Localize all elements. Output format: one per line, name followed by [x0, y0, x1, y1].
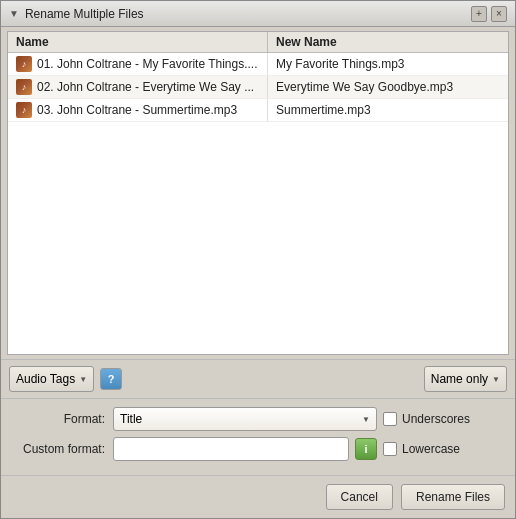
- file-new-name-text: Everytime We Say Goodbye.mp3: [276, 80, 453, 94]
- file-name-text: 01. John Coltrane - My Favorite Things..…: [37, 57, 258, 71]
- file-new-name-text: My Favorite Things.mp3: [276, 57, 405, 71]
- file-name-cell: 01. John Coltrane - My Favorite Things..…: [8, 53, 268, 75]
- name-only-dropdown[interactable]: Name only ▼: [424, 366, 507, 392]
- file-new-name-cell: Everytime We Say Goodbye.mp3: [268, 76, 508, 98]
- options-panel: Format: Title ▼ Underscores Custom forma…: [1, 398, 515, 475]
- format-row: Format: Title ▼ Underscores: [13, 407, 503, 431]
- file-new-name-cell: Summertime.mp3: [268, 99, 508, 121]
- col-name-header: Name: [8, 32, 268, 52]
- format-select-wrap: Title ▼ Underscores: [113, 407, 503, 431]
- table-row[interactable]: 01. John Coltrane - My Favorite Things..…: [8, 53, 508, 76]
- format-value: Title: [120, 412, 142, 426]
- info-button[interactable]: i: [355, 438, 377, 460]
- minimize-button[interactable]: +: [471, 6, 487, 22]
- title-bar-left: ▼ Rename Multiple Files: [9, 7, 144, 21]
- file-list-header: Name New Name: [8, 32, 508, 53]
- source-dropdown-arrow-icon: ▼: [79, 375, 87, 384]
- file-name-text: 03. John Coltrane - Summertime.mp3: [37, 103, 237, 117]
- lowercase-wrap: Lowercase: [383, 442, 503, 456]
- source-dropdown[interactable]: Audio Tags ▼: [9, 366, 94, 392]
- cancel-button[interactable]: Cancel: [326, 484, 393, 510]
- file-icon: [16, 79, 32, 95]
- format-select[interactable]: Title ▼: [113, 407, 377, 431]
- custom-format-wrap: i Lowercase: [113, 437, 503, 461]
- file-list-container: Name New Name 01. John Coltrane - My Fav…: [7, 31, 509, 355]
- name-only-arrow-icon: ▼: [492, 375, 500, 384]
- file-list-body: 01. John Coltrane - My Favorite Things..…: [8, 53, 508, 351]
- underscores-wrap: Underscores: [383, 412, 503, 426]
- file-icon: [16, 56, 32, 72]
- lowercase-checkbox[interactable]: [383, 442, 397, 456]
- format-arrow-icon: ▼: [362, 415, 370, 424]
- table-row[interactable]: 03. John Coltrane - Summertime.mp3 Summe…: [8, 99, 508, 122]
- lowercase-label: Lowercase: [402, 442, 460, 456]
- file-icon: [16, 102, 32, 118]
- title-bar-controls: + ×: [471, 6, 507, 22]
- file-new-name-text: Summertime.mp3: [276, 103, 371, 117]
- main-window: ▼ Rename Multiple Files + × Name New Nam…: [0, 0, 516, 519]
- file-new-name-cell: My Favorite Things.mp3: [268, 53, 508, 75]
- window-title: Rename Multiple Files: [25, 7, 144, 21]
- underscores-checkbox[interactable]: [383, 412, 397, 426]
- table-row[interactable]: 02. John Coltrane - Everytime We Say ...…: [8, 76, 508, 99]
- custom-format-input[interactable]: [113, 437, 349, 461]
- name-only-label: Name only: [431, 372, 488, 386]
- custom-format-label: Custom format:: [13, 442, 113, 456]
- underscores-label: Underscores: [402, 412, 470, 426]
- file-name-text: 02. John Coltrane - Everytime We Say ...: [37, 80, 254, 94]
- rename-files-button[interactable]: Rename Files: [401, 484, 505, 510]
- file-name-cell: 02. John Coltrane - Everytime We Say ...: [8, 76, 268, 98]
- bottom-bar: Cancel Rename Files: [1, 475, 515, 518]
- source-dropdown-label: Audio Tags: [16, 372, 75, 386]
- col-new-name-header: New Name: [268, 32, 508, 52]
- title-arrow-icon: ▼: [9, 8, 19, 19]
- help-button[interactable]: ?: [100, 368, 122, 390]
- title-bar: ▼ Rename Multiple Files + ×: [1, 1, 515, 27]
- controls-bar: Audio Tags ▼ ? Name only ▼: [1, 359, 515, 398]
- custom-format-row: Custom format: i Lowercase: [13, 437, 503, 461]
- file-name-cell: 03. John Coltrane - Summertime.mp3: [8, 99, 268, 121]
- format-label: Format:: [13, 412, 113, 426]
- close-button[interactable]: ×: [491, 6, 507, 22]
